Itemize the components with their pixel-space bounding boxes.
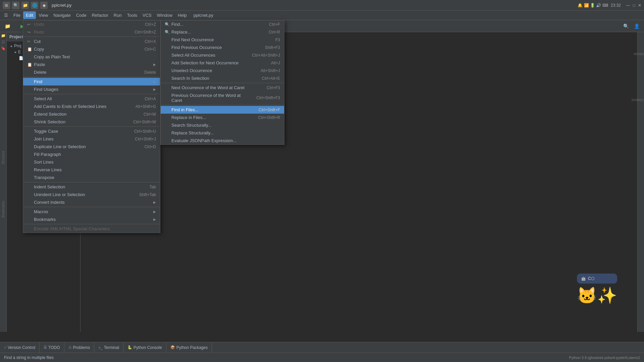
tab-terminal[interactable]: >_ Terminal — [94, 342, 123, 353]
app-icon[interactable]: ◆ — [40, 2, 48, 9]
search-everywhere-button[interactable]: 🔍 — [621, 21, 631, 31]
menu-find[interactable]: Find ▶ — [23, 78, 160, 85]
convert-indents-arrow: ▶ — [153, 200, 156, 204]
menu-item-help[interactable]: Help — [175, 11, 190, 19]
tab-todo[interactable]: ☰ TODO — [40, 342, 64, 353]
macros-arrow: ▶ — [153, 210, 156, 214]
menu-indent-selection[interactable]: Indent Selection Tab — [23, 183, 160, 191]
menu-cut[interactable]: ✂ Cut Ctrl+X — [23, 38, 160, 45]
edit-menu-dropdown: ↩ Undo Ctrl+Z ↪ Redo Ctrl+Shift+Z ✂ Cut … — [23, 20, 160, 233]
menu-fill-paragraph[interactable]: Fill Paragraph — [23, 150, 160, 158]
submenu-add-selection-next[interactable]: Add Selection for Next Occurrence Alt+J — [161, 59, 284, 67]
menu-reverse-lines[interactable]: Reverse Lines — [23, 166, 160, 174]
menu-item-refactor[interactable]: Refactor — [89, 11, 111, 19]
profile-button[interactable]: 👤 — [632, 21, 641, 31]
submenu-evaluate-jsonpath[interactable]: Evaluate JSONPath Expression... — [161, 137, 284, 144]
submenu-find-prev[interactable]: Find Previous Occurrence Shift+F3 — [161, 44, 284, 51]
structure-icon[interactable]: ☷ — [2, 40, 5, 44]
menu-undo[interactable]: ↩ Undo Ctrl+Z — [23, 20, 160, 28]
structure-label[interactable]: Structure — [0, 149, 6, 166]
menu-shrink-selection[interactable]: Shrink Selection Ctrl+Shift+W — [23, 118, 160, 126]
menu-item-window[interactable]: Window — [154, 11, 175, 19]
submenu-select-all-occurrences[interactable]: Select All Occurrences Ctrl+Alt+Shift+J — [161, 51, 284, 59]
menu-extend-selection[interactable]: Extend Selection Ctrl+W — [23, 110, 160, 118]
find-sep-2 — [161, 105, 284, 105]
todo-label: TODO — [48, 345, 60, 350]
submenu-replace[interactable]: 🔍 Replace... Ctrl+R — [161, 28, 284, 36]
menu-duplicate-line[interactable]: Duplicate Line or Selection Ctrl+D — [23, 143, 160, 150]
bookmarks-sidebar-icon[interactable]: 🔖 — [1, 46, 6, 51]
open-filename: pplcnet.py — [194, 13, 213, 18]
menu-macros[interactable]: Macros ▶ — [23, 208, 160, 216]
search-taskbar-icon[interactable]: 🔍 — [12, 2, 19, 9]
menu-item-vcs[interactable]: VCS — [140, 11, 154, 19]
database-label[interactable]: Database — [632, 51, 644, 57]
menu-unindent[interactable]: Unindent Line or Selection Shift+Tab — [23, 191, 160, 198]
menu-item-edit[interactable]: Edit — [23, 11, 36, 19]
version-control-label: Version Control — [8, 345, 35, 350]
submenu-find-in-files[interactable]: Find in Files... Ctrl+Shift+F — [161, 106, 284, 114]
menu-add-carets[interactable]: Add Carets to Ends of Selected Lines Alt… — [23, 103, 160, 110]
menu-paste[interactable]: 📋 Paste ▶ — [23, 61, 160, 68]
sep-6 — [23, 207, 160, 207]
folder-taskbar-icon[interactable]: 📁 — [21, 2, 29, 9]
find-arrow: ▶ — [153, 80, 156, 83]
version-control-icon: ⑂ — [4, 346, 6, 350]
cut-icon: ✂ — [27, 39, 33, 44]
menu-redo[interactable]: ↪ Redo Ctrl+Shift+Z — [23, 28, 160, 36]
menu-encode-xml[interactable]: Encode XML/HTML Special Characters — [23, 225, 160, 233]
submenu-find[interactable]: 🔍 Find... Ctrl+F — [161, 20, 284, 28]
submenu-find-next[interactable]: Find Next Occurrence F3 — [161, 36, 284, 44]
menu-select-all[interactable]: Select All Ctrl+A — [23, 95, 160, 103]
menu-copy[interactable]: 📋 Copy Ctrl+C — [23, 45, 160, 53]
tab-python-console[interactable]: 🐍 Python Console — [123, 342, 166, 353]
menu-sort-lines[interactable]: Sort Lines — [23, 158, 160, 166]
python-console-label: Python Console — [133, 345, 162, 350]
menu-transpose[interactable]: Transpose — [23, 174, 160, 181]
project-label: Project — [9, 35, 23, 39]
chrome-icon[interactable]: 🌐 — [31, 2, 38, 9]
sep-4 — [23, 126, 160, 127]
menu-bookmarks[interactable]: Bookmarks ▶ — [23, 216, 160, 223]
submenu-prev-word-caret[interactable]: Previous Occurrence of the Word at Caret… — [161, 92, 284, 104]
problems-icon: ⚠ — [68, 345, 72, 350]
sqldialects-label[interactable]: SQLDialects — [630, 97, 644, 103]
proj-label: Proj — [14, 44, 21, 48]
clock: 23:32 — [611, 3, 621, 8]
maximize-button[interactable]: □ — [633, 3, 635, 8]
menu-toggle-case[interactable]: Toggle Case Ctrl+Shift+U — [23, 127, 160, 135]
tab-version-control[interactable]: ⑂ Version Control — [0, 342, 40, 353]
close-button[interactable]: ✕ — [638, 3, 641, 8]
sep-2 — [23, 77, 160, 77]
menu-delete[interactable]: Delete Delete — [23, 68, 160, 76]
minimize-button[interactable]: — — [626, 3, 630, 8]
menu-join-lines[interactable]: Join Lines Ctrl+Shift+J — [23, 135, 160, 143]
menu-item-code[interactable]: Code — [73, 11, 89, 19]
redo-icon: ↪ — [27, 30, 33, 35]
menu-item-run[interactable]: Run — [111, 11, 124, 19]
menu-copy-plain[interactable]: Copy as Plain Text — [23, 53, 160, 61]
project-sidebar-icon[interactable]: 📁 — [1, 34, 6, 38]
tab-problems[interactable]: ⚠ Problems — [64, 342, 95, 353]
submenu-search-structurally[interactable]: Search Structurally... — [161, 121, 284, 129]
terminal-icon: >_ — [98, 346, 103, 350]
sep-1 — [23, 37, 160, 37]
bookmarks-label[interactable]: Bookmarks — [0, 199, 6, 219]
menu-item-hamburger[interactable]: ☰ — [1, 11, 11, 19]
menu-convert-indents[interactable]: Convert Indents ▶ — [23, 198, 160, 206]
menu-item-navigate[interactable]: Navigate — [51, 11, 73, 19]
menu-item-file[interactable]: File — [11, 11, 23, 19]
submenu-next-word-caret[interactable]: Next Occurrence of the Word at Caret Ctr… — [161, 84, 284, 92]
windows-icon[interactable]: ⊞ — [3, 2, 10, 9]
menu-item-tools[interactable]: Tools — [124, 11, 140, 19]
submenu-search-in-selection[interactable]: Search In Selection Ctrl+Alt+E — [161, 74, 284, 82]
codeium-bubble: 🤖 C⬡ — [577, 274, 617, 284]
left-panel-labels: Structure Bookmarks — [0, 149, 7, 219]
menu-find-usages[interactable]: Find Usages ▶ — [23, 85, 160, 93]
tab-python-packages[interactable]: 📦 Python Packages — [166, 342, 212, 353]
submenu-unselect-occurrence[interactable]: Unselect Occurrence Alt+Shift+J — [161, 67, 284, 74]
project-icon[interactable]: 📁 — [3, 21, 12, 31]
submenu-replace-structurally[interactable]: Replace Structurally... — [161, 129, 284, 137]
menu-item-view[interactable]: View — [36, 11, 51, 19]
submenu-replace-in-files[interactable]: Replace in Files... Ctrl+Shift+R — [161, 114, 284, 121]
